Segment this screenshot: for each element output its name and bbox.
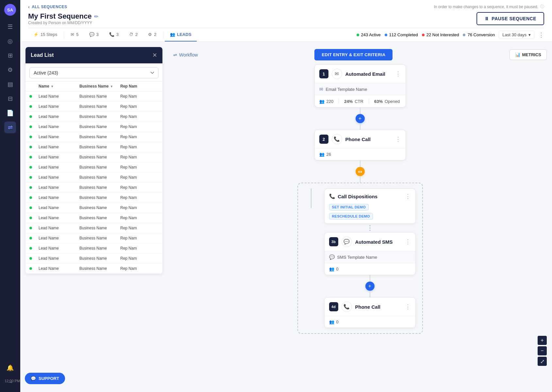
lead-rep-cell: Rep Nam <box>120 256 159 261</box>
tab-steps[interactable]: ⚡ 15 Steps <box>28 28 62 41</box>
lead-row[interactable]: Lead Name Business Name Rep Nam <box>25 102 162 112</box>
tab-chat[interactable]: 💬 3 <box>84 28 104 41</box>
sort-name-icon: ▼ <box>51 85 54 88</box>
lead-business-cell: Business Name <box>79 104 118 109</box>
tab-gear[interactable]: ⚙ 2 <box>143 28 161 41</box>
edit-criteria-button[interactable]: EDIT ENTRY & EXIT CRITERIA <box>314 49 393 60</box>
system-time: 12:00 PM <box>5 379 20 383</box>
tab-leads[interactable]: 👥 LEADS <box>165 28 197 41</box>
add-step-btn-2[interactable]: + <box>365 282 375 291</box>
nav-bell-icon[interactable]: 🔔 <box>4 362 16 374</box>
lead-row[interactable]: Lead Name Business Name Rep Nam <box>25 223 162 233</box>
lead-rep-cell: Rep Nam <box>120 135 159 139</box>
zoom-in-button[interactable]: + <box>538 336 547 345</box>
header-notice: In order to make changes to a sequence, … <box>434 4 544 9</box>
nav-menu-icon[interactable]: ☰ <box>4 21 16 33</box>
connector-line-4 <box>360 176 360 183</box>
workflow-header-row: ⇌ Workflow EDIT ENTRY & EXIT CRITERIA 📊 … <box>173 47 547 64</box>
dot-1 <box>369 225 371 226</box>
col-business-header[interactable]: Business Name ▼ <box>79 84 118 89</box>
lead-row[interactable]: Lead Name Business Name Rep Nam <box>25 132 162 142</box>
header-top-row: ‹ ALL SEQUENCES In order to make changes… <box>28 0 544 11</box>
more-options-icon[interactable]: ⋮ <box>538 31 544 39</box>
lead-business-cell: Business Name <box>79 226 118 230</box>
tab-clock[interactable]: ⏱ 2 <box>124 28 143 41</box>
content-area: Lead List ✕ Active (243) Name ▼ Business… <box>20 42 552 392</box>
lead-row[interactable]: Lead Name Business Name Rep Nam <box>25 162 162 172</box>
lead-row[interactable]: Lead Name Business Name Rep Nam <box>25 203 162 213</box>
branch-connector-btn[interactable]: ⇔ <box>356 167 365 176</box>
user-avatar[interactable]: SA <box>4 4 16 16</box>
zoom-out-button[interactable]: − <box>538 346 547 355</box>
nav-settings-icon[interactable]: ⚙ <box>4 64 16 76</box>
lead-row[interactable]: Lead Name Business Name Rep Nam <box>25 122 162 132</box>
lead-name-cell: Lead Name <box>39 104 77 109</box>
metrics-button[interactable]: 📊 METRICS <box>510 49 547 60</box>
lead-row[interactable]: Lead Name Business Name Rep Nam <box>25 213 162 223</box>
lead-panel-close-icon[interactable]: ✕ <box>152 52 157 59</box>
col-name-header[interactable]: Name ▼ <box>39 84 77 89</box>
lead-rep-cell: Rep Nam <box>120 165 159 170</box>
node-2-title: Phone Call <box>345 137 392 142</box>
node-1-more-icon[interactable]: ⋮ <box>395 70 401 77</box>
lead-business-cell: Business Name <box>79 165 118 170</box>
lead-row[interactable]: Lead Name Business Name Rep Nam <box>25 233 162 243</box>
fit-view-button[interactable]: ⤢ <box>538 357 547 366</box>
lead-rep-cell: Rep Nam <box>120 94 159 99</box>
workflow-link[interactable]: ⇌ Workflow <box>173 52 198 57</box>
lead-status-select[interactable]: Active (243) <box>29 67 159 78</box>
people-icon-1: 👥 <box>319 99 325 104</box>
lead-table-header: Name ▼ Business Name ▼ Rep Nam <box>25 81 162 91</box>
node-2-more-icon[interactable]: ⋮ <box>395 136 401 143</box>
tab-phone[interactable]: 📞 3 <box>104 28 124 41</box>
lead-row[interactable]: Lead Name Business Name Rep Nam <box>25 193 162 203</box>
back-to-sequences[interactable]: ‹ ALL SEQUENCES <box>28 4 67 9</box>
conversion-count: 76 Conversion <box>467 32 495 37</box>
call-disp-more-icon[interactable]: ⋮ <box>405 193 411 200</box>
lead-name-cell: Lead Name <box>39 114 77 119</box>
nav-doc-icon[interactable]: 📄 <box>4 107 16 119</box>
node-3b-title: Automated SMS <box>355 239 402 245</box>
lead-row[interactable]: Lead Name Business Name Rep Nam <box>25 152 162 162</box>
lead-rep-cell: Rep Nam <box>120 226 159 230</box>
lead-row[interactable]: Lead Name Business Name Rep Nam <box>25 264 162 274</box>
people-icon-3b: 👥 <box>329 267 334 271</box>
node-3b-more-icon[interactable]: ⋮ <box>405 238 411 245</box>
lead-panel-title: Lead List <box>31 52 54 58</box>
lead-row[interactable]: Lead Name Business Name Rep Nam <box>25 142 162 152</box>
lead-filter-container: Active (243) <box>25 63 162 81</box>
lead-rep-cell: Rep Nam <box>120 175 159 180</box>
node-4d-more-icon[interactable]: ⋮ <box>405 303 411 310</box>
node-4d-stat-count: 👥 0 <box>329 319 339 324</box>
nav-grid-icon[interactable]: ⊞ <box>4 50 16 61</box>
tab-email[interactable]: ✉ 5 <box>65 28 84 41</box>
left-branch-line <box>311 188 311 208</box>
lead-rep-cell: Rep Nam <box>120 205 159 210</box>
edit-sequence-icon[interactable]: ✏ <box>94 13 98 20</box>
active-dot <box>357 34 359 36</box>
lead-status-dot <box>29 136 32 138</box>
pause-sequence-button[interactable]: ⏸ PAUSE SEQUENCE <box>477 12 544 25</box>
nav-target-icon[interactable]: ◎ <box>4 35 16 47</box>
col-rep-header[interactable]: Rep Nam <box>120 84 159 89</box>
add-step-btn-1[interactable]: + <box>356 114 365 123</box>
lead-row[interactable]: Lead Name Business Name Rep Nam <box>25 253 162 264</box>
lead-row[interactable]: Lead Name Business Name Rep Nam <box>25 112 162 122</box>
lead-business-cell: Business Name <box>79 175 118 180</box>
lead-list-panel: Lead List ✕ Active (243) Name ▼ Business… <box>25 47 163 274</box>
lead-row[interactable]: Lead Name Business Name Rep Nam <box>25 243 162 253</box>
lead-row[interactable]: Lead Name Business Name Rep Nam <box>25 172 162 183</box>
lead-business-cell: Business Name <box>79 155 118 159</box>
node-1-title: Automated Email <box>345 71 392 77</box>
date-filter-dropdown[interactable]: Last 30 days ▾ <box>499 31 534 39</box>
nav-calendar-icon[interactable]: ⊟ <box>4 93 16 105</box>
lead-row[interactable]: Lead Name Business Name Rep Nam <box>25 91 162 102</box>
lead-row[interactable]: Lead Name Business Name Rep Nam <box>25 183 162 193</box>
nav-list-icon[interactable]: ▤ <box>4 78 16 90</box>
lead-rep-cell: Rep Nam <box>120 195 159 200</box>
nav-sequence-icon[interactable]: ⇌ <box>4 122 16 133</box>
support-button[interactable]: 💬 SUPPORT <box>25 373 65 384</box>
sequence-container: 1 ✉ Automated Email ⋮ ✉ Email Template N… <box>173 64 547 334</box>
lead-status-dot <box>29 95 32 98</box>
col-business-label: Business Name <box>79 84 109 89</box>
